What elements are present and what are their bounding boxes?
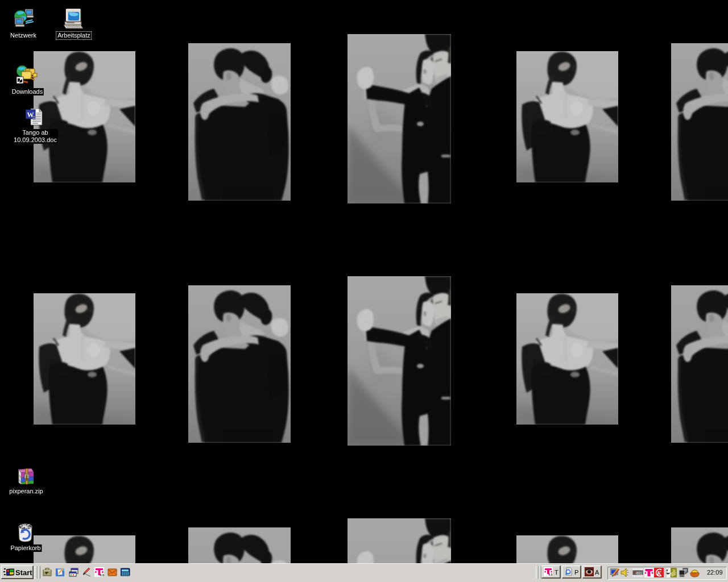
svg-text:4.0: 4.0: [100, 573, 104, 577]
svg-text:491: 491: [636, 571, 642, 575]
svg-text:W: W: [27, 111, 34, 119]
svg-text:4.0: 4.0: [548, 573, 553, 576]
svg-text:K: K: [656, 569, 661, 576]
